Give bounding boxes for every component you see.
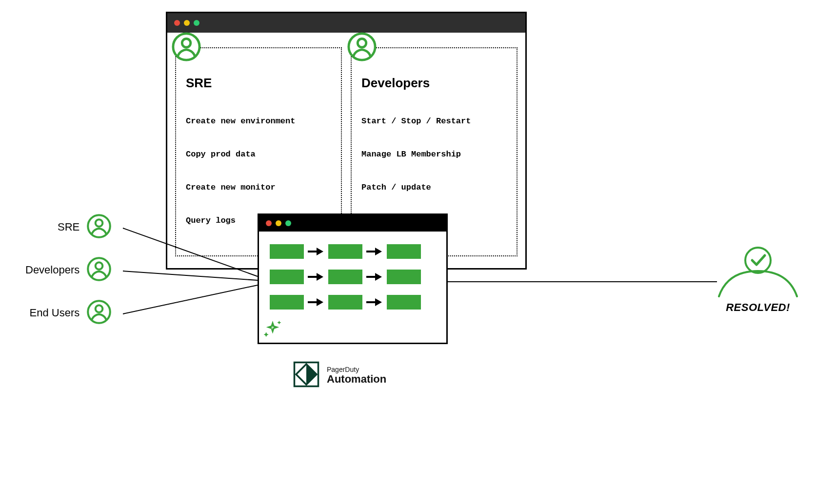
- role-title: Developers: [361, 76, 508, 91]
- minimize-dot-icon: [276, 220, 281, 226]
- role-item: Patch / update: [361, 179, 508, 196]
- role-item: Manage LB Membership: [361, 146, 508, 163]
- actor-label: End Users: [30, 307, 80, 319]
- arrow-right-icon: [366, 272, 383, 282]
- role-item: Start / Stop / Restart: [361, 113, 508, 130]
- pagerduty-logo-icon: [293, 361, 320, 390]
- svg-text:P: P: [272, 326, 274, 330]
- user-icon: [86, 256, 112, 284]
- zoom-dot-icon: [285, 220, 291, 226]
- resolved-person-icon: [709, 244, 807, 297]
- actor-label: SRE: [58, 221, 80, 233]
- workflow-step: [270, 270, 304, 284]
- workflow-step: [328, 295, 362, 310]
- role-title: SRE: [186, 76, 332, 91]
- arrow-right-icon: [308, 297, 324, 307]
- svg-line-3: [123, 285, 258, 314]
- workflow-step: [328, 244, 362, 259]
- workflow-row: [270, 244, 436, 259]
- arrow-right-icon: [366, 247, 383, 256]
- role-item: Create new monitor: [186, 179, 332, 196]
- workflow-row: [270, 270, 436, 284]
- sparkle-icon: P: [263, 318, 282, 340]
- arrow-right-icon: [308, 272, 324, 282]
- diagram-canvas: SRE Create new environment Copy prod dat…: [0, 0, 836, 504]
- workflow-row: [270, 295, 436, 310]
- close-dot-icon: [174, 20, 180, 26]
- window-titlebar: [167, 13, 525, 33]
- svg-line-2: [123, 271, 258, 280]
- workflow-step: [270, 295, 304, 310]
- actor-developers: Developers: [25, 257, 112, 283]
- actors-list: SRE Developers End Users: [25, 214, 112, 343]
- user-icon: [347, 32, 377, 64]
- workflow-step: [387, 295, 421, 310]
- user-icon: [86, 213, 112, 241]
- product-label: Automation: [327, 374, 386, 385]
- workflow-step: [328, 270, 362, 284]
- resolved-figure: RESOLVED!: [709, 244, 807, 314]
- actor-end-users: End Users: [25, 300, 112, 326]
- minimize-dot-icon: [184, 20, 190, 26]
- svg-marker-23: [306, 364, 317, 385]
- workflow-step: [387, 270, 421, 284]
- role-item: Copy prod data: [186, 146, 332, 163]
- user-icon: [86, 299, 112, 327]
- workflow-step: [270, 244, 304, 259]
- window-titlebar: [259, 215, 446, 232]
- automation-window: P: [258, 213, 448, 344]
- workflow-area: P: [259, 232, 446, 343]
- svg-marker-13: [277, 321, 281, 325]
- role-item: Create new environment: [186, 113, 332, 130]
- pagerduty-automation-logo: PagerDuty Automation: [293, 361, 386, 390]
- zoom-dot-icon: [194, 20, 199, 26]
- brand-label: PagerDuty: [327, 366, 386, 373]
- arrow-right-icon: [308, 247, 324, 256]
- svg-marker-12: [264, 332, 269, 337]
- user-icon: [171, 32, 201, 64]
- pagerduty-logo-text: PagerDuty Automation: [327, 366, 386, 385]
- close-dot-icon: [266, 220, 272, 226]
- svg-point-20: [745, 248, 771, 273]
- actor-sre: SRE: [25, 214, 112, 240]
- arrow-right-icon: [366, 297, 383, 307]
- resolved-label: RESOLVED!: [709, 301, 807, 314]
- actor-label: Developers: [25, 264, 80, 276]
- workflow-step: [387, 244, 421, 259]
